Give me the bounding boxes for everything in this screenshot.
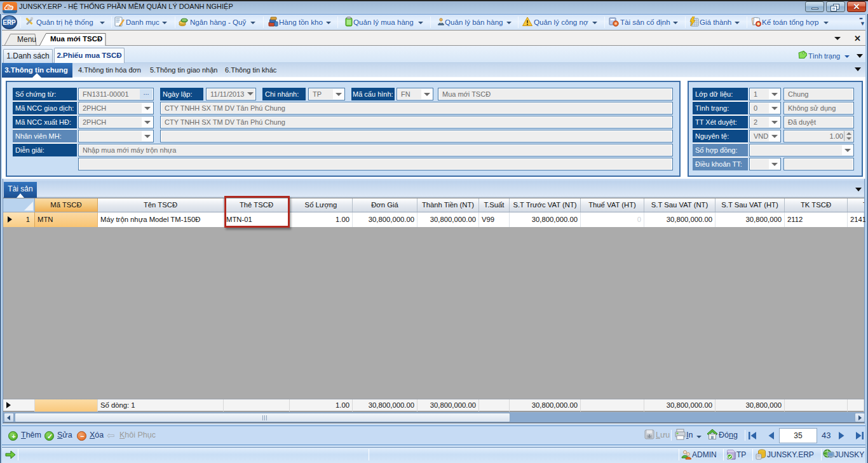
svg-text:ERP: ERP [8,6,13,10]
